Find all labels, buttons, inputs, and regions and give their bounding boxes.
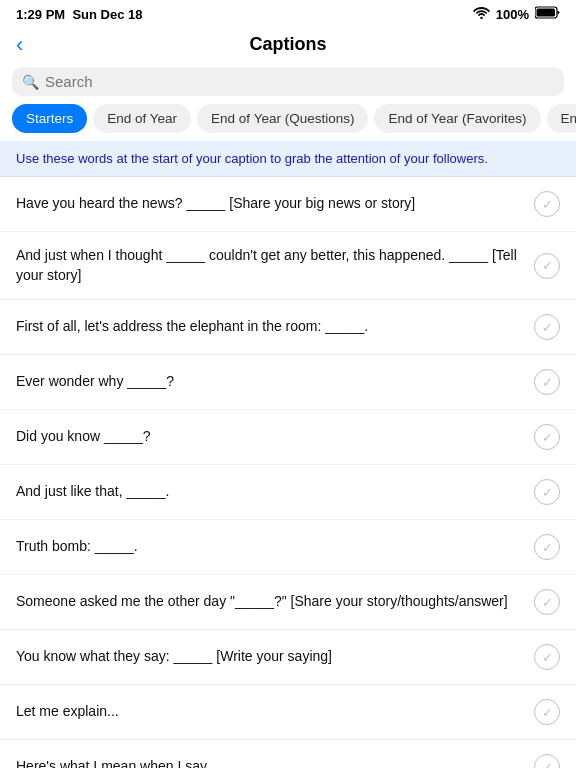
caption-item: And just like that, _____.✓ [0, 465, 576, 520]
status-indicators: 100% [473, 6, 560, 22]
caption-text: And just like that, _____. [16, 482, 534, 502]
caption-item: First of all, let's address the elephant… [0, 300, 576, 355]
svg-rect-2 [537, 9, 556, 17]
check-icon[interactable]: ✓ [534, 589, 560, 615]
tabs-container: StartersEnd of YearEnd of Year (Question… [0, 104, 576, 141]
caption-item: Have you heard the news? _____ [Share yo… [0, 177, 576, 232]
check-icon[interactable]: ✓ [534, 253, 560, 279]
caption-text: You know what they say: _____ [Write you… [16, 647, 534, 667]
caption-text: Ever wonder why _____? [16, 372, 534, 392]
caption-item: Ever wonder why _____?✓ [0, 355, 576, 410]
caption-text: Here's what I mean when I say _____. [16, 757, 534, 768]
caption-text: Let me explain... [16, 702, 534, 722]
check-icon[interactable]: ✓ [534, 699, 560, 725]
tab-end-of-year-questions[interactable]: End of Year (Questions) [197, 104, 368, 133]
check-icon[interactable]: ✓ [534, 314, 560, 340]
check-icon[interactable]: ✓ [534, 644, 560, 670]
search-bar: 🔍 [0, 63, 576, 104]
tab-starters[interactable]: Starters [12, 104, 87, 133]
search-input-wrap[interactable]: 🔍 [12, 67, 564, 96]
search-icon: 🔍 [22, 74, 39, 90]
caption-item: And just when I thought _____ couldn't g… [0, 232, 576, 300]
caption-item: Truth bomb: _____.✓ [0, 520, 576, 575]
caption-item: You know what they say: _____ [Write you… [0, 630, 576, 685]
check-icon[interactable]: ✓ [534, 479, 560, 505]
page-title: Captions [249, 34, 326, 55]
status-time-date: 1:29 PM Sun Dec 18 [16, 7, 142, 22]
check-icon[interactable]: ✓ [534, 369, 560, 395]
caption-text: First of all, let's address the elephant… [16, 317, 534, 337]
svg-point-0 [480, 17, 482, 19]
tab-end-of-year-quotes[interactable]: End of Year (Quotes) [547, 104, 576, 133]
caption-text: Have you heard the news? _____ [Share yo… [16, 194, 534, 214]
tab-end-of-year-favorites[interactable]: End of Year (Favorites) [374, 104, 540, 133]
battery-icon [535, 6, 560, 22]
caption-item: Someone asked me the other day "_____?" … [0, 575, 576, 630]
back-button[interactable]: ‹ [16, 32, 23, 58]
status-bar: 1:29 PM Sun Dec 18 100% [0, 0, 576, 28]
tab-end-of-year[interactable]: End of Year [93, 104, 191, 133]
caption-text: And just when I thought _____ couldn't g… [16, 246, 534, 285]
check-icon[interactable]: ✓ [534, 754, 560, 768]
wifi-icon [473, 6, 490, 22]
caption-text: Truth bomb: _____. [16, 537, 534, 557]
caption-text: Did you know _____? [16, 427, 534, 447]
captions-list: Have you heard the news? _____ [Share yo… [0, 177, 576, 768]
caption-item: Did you know _____?✓ [0, 410, 576, 465]
caption-item: Let me explain...✓ [0, 685, 576, 740]
info-banner: Use these words at the start of your cap… [0, 141, 576, 177]
check-icon[interactable]: ✓ [534, 191, 560, 217]
battery-percentage: 100% [496, 7, 529, 22]
caption-text: Someone asked me the other day "_____?" … [16, 592, 534, 612]
caption-item: Here's what I mean when I say _____.✓ [0, 740, 576, 768]
search-input[interactable] [45, 73, 554, 90]
header: ‹ Captions [0, 28, 576, 63]
check-icon[interactable]: ✓ [534, 534, 560, 560]
check-icon[interactable]: ✓ [534, 424, 560, 450]
